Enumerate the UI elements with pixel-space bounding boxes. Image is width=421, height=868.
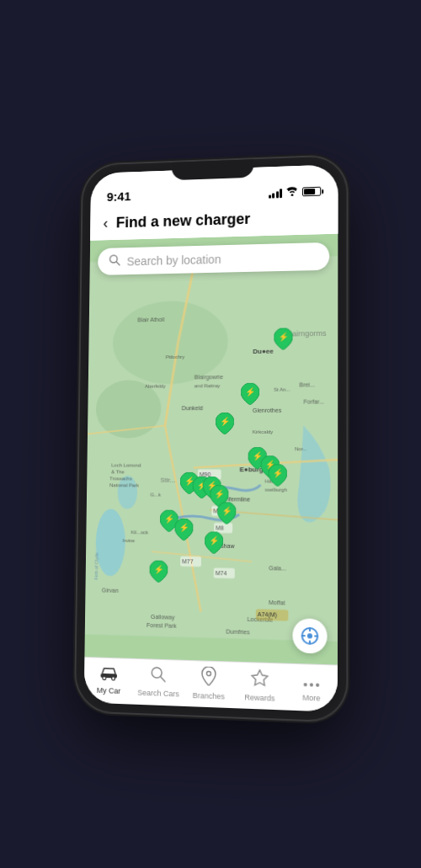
tab-my-car[interactable]: My Car — [88, 664, 130, 695]
tab-more-label: More — [302, 693, 320, 702]
svg-point-89 — [206, 671, 210, 675]
svg-text:Galloway: Galloway — [151, 614, 175, 621]
search-bar[interactable]: Search by location — [98, 242, 329, 274]
svg-text:⚡: ⚡ — [209, 535, 220, 546]
svg-text:Cairngorms: Cairngorms — [286, 329, 327, 338]
ev-charger-pin[interactable]: ⚡ — [205, 531, 223, 554]
svg-text:Glenrothes: Glenrothes — [253, 407, 282, 413]
tab-my-car-label: My Car — [97, 685, 120, 695]
tab-search-cars[interactable]: Search Cars — [137, 665, 179, 698]
ev-charger-pin[interactable]: ⚡ — [274, 327, 292, 349]
svg-text:sselburgh: sselburgh — [265, 487, 287, 492]
svg-point-85 — [103, 676, 106, 679]
tab-rewards[interactable]: Rewards — [238, 668, 281, 702]
svg-line-62 — [116, 261, 120, 264]
map-background: Blair Atholl Pitlochry Aberfeldy Blairgo… — [84, 233, 338, 664]
my-car-icon — [99, 664, 118, 684]
svg-text:A74(M): A74(M) — [258, 611, 277, 619]
svg-text:⚡: ⚡ — [164, 513, 175, 524]
svg-text:⚡: ⚡ — [179, 521, 189, 533]
search-placeholder-text: Search by location — [127, 252, 221, 267]
map-container: Blair Atholl Pitlochry Aberfeldy Blairgo… — [84, 233, 338, 664]
svg-text:⚡: ⚡ — [278, 330, 289, 341]
svg-text:& The: & The — [111, 469, 124, 474]
svg-point-61 — [110, 255, 118, 263]
ev-charger-pin[interactable]: ⚡ — [149, 560, 168, 583]
svg-text:Girvan: Girvan — [102, 587, 119, 594]
svg-text:Nor...: Nor... — [295, 446, 307, 451]
svg-point-90 — [304, 683, 307, 686]
more-icon — [303, 671, 321, 692]
svg-text:Blairgowrie: Blairgowrie — [195, 374, 223, 381]
location-button[interactable] — [292, 618, 327, 653]
wifi-icon — [286, 186, 298, 197]
tab-rewards-label: Rewards — [244, 692, 274, 702]
battery-icon — [302, 186, 321, 196]
branches-icon — [201, 666, 216, 690]
svg-text:Dunkeld: Dunkeld — [182, 405, 203, 411]
svg-text:Blair Atholl: Blair Atholl — [137, 317, 164, 323]
status-time: 9:41 — [107, 189, 131, 203]
svg-text:National Park: National Park — [109, 482, 139, 487]
svg-text:Brei...: Brei... — [299, 381, 315, 387]
tab-search-cars-label: Search Cars — [137, 688, 179, 698]
svg-point-91 — [310, 683, 313, 686]
svg-text:Forest Park: Forest Park — [147, 622, 177, 629]
page-title: Find a new charger — [116, 210, 251, 232]
svg-text:Gala...: Gala... — [269, 565, 286, 572]
svg-text:G...k: G...k — [151, 492, 162, 497]
svg-point-92 — [316, 683, 319, 686]
search-icon — [109, 254, 121, 269]
svg-text:Aberfeldy: Aberfeldy — [145, 384, 166, 389]
tab-more[interactable]: More — [290, 671, 333, 703]
svg-text:Stir...: Stir... — [160, 477, 175, 484]
svg-text:Dumfries: Dumfries — [226, 628, 250, 635]
ev-charger-pin[interactable]: ⚡ — [174, 518, 193, 540]
svg-text:M74: M74 — [216, 570, 227, 577]
svg-text:Irvine: Irvine — [123, 538, 135, 543]
svg-point-86 — [112, 676, 115, 679]
rewards-icon — [250, 668, 269, 691]
svg-text:⚡: ⚡ — [214, 487, 225, 498]
ev-charger-pin[interactable]: ⚡ — [216, 413, 234, 434]
svg-text:Trossachs: Trossachs — [109, 476, 132, 481]
svg-text:⚡: ⚡ — [220, 416, 231, 427]
svg-text:Du●ee: Du●ee — [253, 348, 274, 355]
svg-text:Pitlochry: Pitlochry — [166, 354, 185, 359]
svg-text:⚡: ⚡ — [245, 386, 256, 397]
svg-text:⚡: ⚡ — [221, 504, 232, 516]
svg-text:Kirkcaldy: Kirkcaldy — [253, 429, 274, 434]
phone-screen: 9:41 ‹ Find a — [84, 164, 338, 712]
svg-text:Firth of Clyde: Firth of Clyde — [93, 552, 99, 580]
svg-text:and Rattray: and Rattray — [195, 383, 221, 388]
tab-branches[interactable]: Branches — [188, 666, 230, 701]
status-icons — [269, 185, 322, 198]
search-cars-icon — [150, 665, 167, 687]
ev-charger-pin[interactable]: ⚡ — [269, 463, 287, 485]
tab-branches-label: Branches — [193, 690, 225, 700]
svg-text:Loch Lomond: Loch Lomond — [111, 462, 141, 467]
ev-charger-pin[interactable]: ⚡ — [241, 382, 259, 404]
svg-text:M8: M8 — [216, 525, 224, 530]
svg-point-79 — [307, 633, 312, 638]
svg-text:St An...: St An... — [274, 386, 290, 391]
phone-notch — [172, 159, 254, 180]
phone-device: 9:41 ‹ Find a — [76, 156, 347, 722]
tab-bar: My Car Search Cars Branc — [84, 657, 338, 712]
svg-point-87 — [152, 667, 162, 678]
svg-text:Forfar...: Forfar... — [303, 398, 324, 404]
map-svg: Blair Atholl Pitlochry Aberfeldy Blairgo… — [84, 233, 338, 664]
svg-text:Kil...ock: Kil...ock — [131, 530, 149, 535]
svg-text:⚡: ⚡ — [153, 563, 164, 575]
svg-text:Moffat: Moffat — [269, 599, 285, 606]
svg-text:M77: M77 — [182, 558, 194, 564]
svg-line-88 — [161, 677, 165, 681]
signal-icon — [269, 187, 282, 197]
ev-charger-pin[interactable]: ⚡ — [217, 502, 236, 524]
svg-text:⚡: ⚡ — [273, 466, 284, 478]
back-button[interactable]: ‹ — [103, 215, 108, 232]
